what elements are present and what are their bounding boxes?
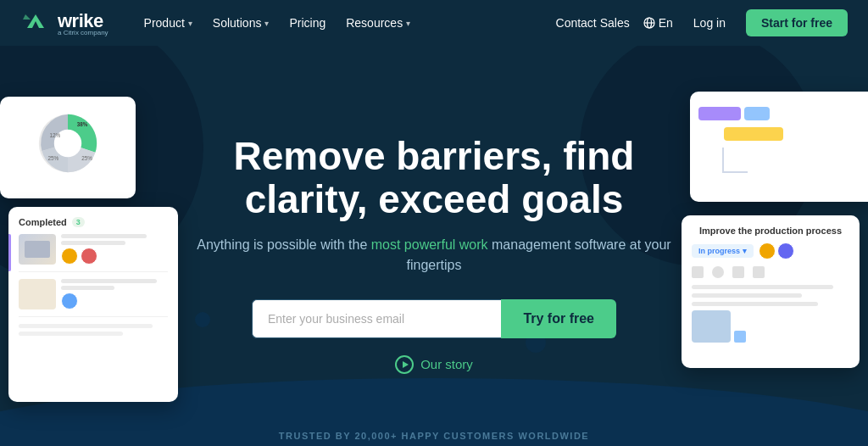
status-badge: In progress ▾ <box>692 244 754 258</box>
play-small-icon <box>732 266 744 278</box>
svg-text:25%: 25% <box>81 155 92 161</box>
gantt-bar-purple <box>698 107 741 120</box>
gantt-connections <box>698 148 868 181</box>
task-detail-card: Improve the production process In progre… <box>682 215 860 368</box>
nav-product[interactable]: Product ▾ <box>136 11 201 35</box>
nav-links: Product ▾ Solutions ▾ Pricing Resources … <box>136 11 556 35</box>
start-for-free-button[interactable]: Start for free <box>746 9 848 36</box>
detail-footer <box>692 310 849 343</box>
hero-subtitle: Anything is possible with the most power… <box>188 235 680 276</box>
detail-avatar-1 <box>759 243 776 259</box>
hero-content: Remove barriers, find clarity, exceed go… <box>188 135 680 373</box>
gantt-content <box>698 100 868 181</box>
gantt-bar-blue <box>744 107 770 120</box>
task-thumbnail-1 <box>19 234 56 265</box>
chart-card: 38% 25% 25% 12% <box>0 97 136 198</box>
detail-avatars <box>759 243 794 259</box>
svg-text:12%: 12% <box>49 132 60 138</box>
avatar-2 <box>81 248 97 265</box>
detail-image-2 <box>734 331 746 343</box>
task-color-bar <box>8 234 11 271</box>
chevron-down-icon: ▾ <box>743 247 747 255</box>
trusted-bar: TRUSTED BY 20,000+ HAPPY CUSTOMERS WORLD… <box>0 426 868 446</box>
logo[interactable]: wrike a Citrix company <box>20 10 108 36</box>
tasks-card: Completed 3 <box>8 207 178 402</box>
cta-row: Try for free <box>252 299 616 338</box>
task-avatars <box>61 248 168 265</box>
status-row: In progress ▾ <box>692 243 849 259</box>
contact-sales-link[interactable]: Contact Sales <box>556 16 630 30</box>
try-for-free-button[interactable]: Try for free <box>501 299 616 338</box>
task-info-1 <box>61 234 168 265</box>
email-input[interactable] <box>252 299 501 338</box>
gantt-card <box>690 92 868 202</box>
navbar: wrike a Citrix company Product ▾ Solutio… <box>0 0 868 46</box>
chevron-down-icon: ▾ <box>188 19 192 28</box>
avatar-1 <box>61 248 78 265</box>
task-detail-title: Improve the production process <box>692 226 849 236</box>
gantt-bar-yellow <box>724 127 783 141</box>
task-thumbnail-2 <box>19 279 56 309</box>
hero-section: Remove barriers, find clarity, exceed go… <box>0 46 868 446</box>
task-info-2 <box>61 279 168 309</box>
task-item-1 <box>19 234 168 272</box>
play-icon <box>395 355 414 374</box>
chevron-down-icon: ▾ <box>406 19 410 28</box>
nav-resources[interactable]: Resources ▾ <box>337 11 419 35</box>
detail-icons-row <box>692 266 849 278</box>
nav-solutions[interactable]: Solutions ▾ <box>204 11 278 35</box>
our-story-link[interactable]: Our story <box>188 355 680 374</box>
detail-image-1 <box>692 310 731 343</box>
svg-text:38%: 38% <box>77 121 88 127</box>
nav-right: Contact Sales En Log in Start for free <box>556 9 848 36</box>
language-selector[interactable]: En <box>643 16 673 30</box>
login-button[interactable]: Log in <box>687 11 732 35</box>
svg-text:25%: 25% <box>48 155 59 161</box>
task-item-2 <box>19 279 168 317</box>
play-triangle <box>403 361 409 368</box>
logo-sub: a Citrix company <box>58 29 108 36</box>
nav-pricing[interactable]: Pricing <box>281 11 334 35</box>
detail-avatar-2 <box>777 243 794 259</box>
tasks-card-header: Completed 3 <box>19 217 168 227</box>
avatar-3 <box>61 293 78 309</box>
chevron-down-icon: ▾ <box>264 19 269 28</box>
globe-icon <box>643 17 655 29</box>
clock-icon <box>712 266 724 278</box>
link-icon <box>753 266 765 278</box>
hero-title: Remove barriers, find clarity, exceed go… <box>188 135 680 220</box>
calendar-icon <box>692 266 704 278</box>
